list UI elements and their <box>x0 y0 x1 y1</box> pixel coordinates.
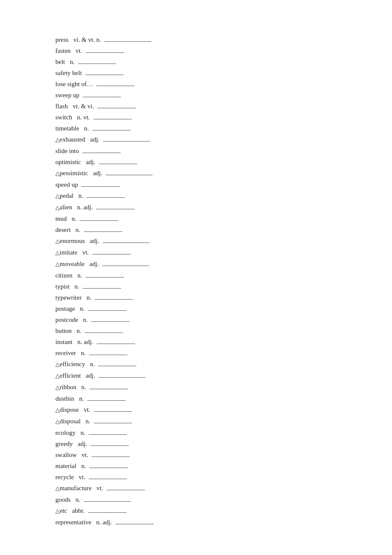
vocab-word: ecology <box>55 427 75 438</box>
vocab-word: dustbin <box>55 393 74 404</box>
blank-line <box>81 186 120 187</box>
vocab-word: swallow <box>55 449 77 460</box>
vocab-pos: vt. <box>78 449 88 460</box>
vocab-list: press vi. & vt. n.fasten vt.belt n.safet… <box>55 34 337 528</box>
triangle-icon: △ <box>55 382 60 393</box>
list-item: lose sight of… <box>55 78 337 90</box>
list-item: △ribbon n. <box>55 382 337 393</box>
vocab-pos: adj. <box>75 438 87 449</box>
vocab-pos: n. <box>78 347 86 358</box>
blank-line <box>83 288 121 289</box>
blank-line <box>82 153 121 153</box>
blank-line <box>93 119 132 119</box>
vocab-word: speed up <box>55 179 78 190</box>
blank-line <box>92 130 131 130</box>
blank-line <box>86 52 124 53</box>
blank-line <box>85 75 124 75</box>
list-item: typist n. <box>55 281 337 292</box>
vocab-pos: n. <box>87 358 95 370</box>
triangle-icon: △ <box>55 405 60 416</box>
vocab-word: representative <box>55 517 91 528</box>
list-item: optimistic adj. <box>55 156 337 168</box>
vocab-pos: n. <box>80 314 88 325</box>
triangle-icon: △ <box>55 134 60 145</box>
vocab-word: typist <box>55 281 69 292</box>
blank-line <box>88 310 127 311</box>
triangle-icon: △ <box>55 359 60 370</box>
list-item: △disposal n. <box>55 416 337 427</box>
vocab-pos: adj. <box>90 168 103 179</box>
vocab-word: switch <box>55 112 72 123</box>
vocab-word: slide into <box>55 145 79 156</box>
vocab-word: desert <box>55 224 71 235</box>
blank-line <box>95 299 133 300</box>
vocab-word: imitate <box>60 247 78 258</box>
vocab-pos: n. <box>67 56 75 67</box>
blank-line <box>104 41 151 42</box>
vocab-pos: vt. <box>93 483 103 494</box>
blank-line <box>90 445 129 446</box>
vocab-word: disposal <box>60 416 81 427</box>
blank-line <box>99 164 137 164</box>
blank-line <box>88 512 127 513</box>
list-item: press vi. & vt. n. <box>55 34 337 45</box>
vocab-pos: n. <box>78 382 86 393</box>
blank-line <box>83 97 121 97</box>
vocab-word: moveable <box>60 258 84 269</box>
vocab-word: postcode <box>55 314 78 325</box>
vocab-word: postage <box>55 303 75 314</box>
triangle-icon: △ <box>55 370 60 382</box>
vocab-word: press <box>55 34 69 45</box>
list-item: △manufacture vt. <box>55 483 337 494</box>
vocab-word: etc <box>60 505 67 516</box>
blank-line <box>84 231 122 232</box>
vocab-pos: n. <box>84 292 92 303</box>
vocab-pos: n. <box>72 224 81 235</box>
list-item: switch n. vt. <box>55 112 337 123</box>
list-item: slide into <box>55 145 337 156</box>
list-item: goods n. <box>55 494 337 505</box>
triangle-icon: △ <box>55 506 60 517</box>
blank-line <box>89 468 128 468</box>
vocab-word: instant <box>55 336 72 347</box>
blank-line <box>91 321 130 322</box>
vocab-word: recycle <box>55 471 74 483</box>
list-item: △moveable adj. <box>55 258 337 270</box>
vocab-word: goods <box>55 494 71 505</box>
vocab-pos: vt. <box>79 247 89 258</box>
vocab-word: dispose <box>60 404 79 415</box>
vocab-pos: n. <box>69 213 77 224</box>
triangle-icon: △ <box>55 202 60 213</box>
blank-line <box>97 344 135 344</box>
blank-line <box>115 524 154 524</box>
list-item: material n. <box>55 460 337 471</box>
vocab-pos: n. adj. <box>74 202 93 213</box>
blank-line <box>96 86 135 86</box>
triangle-icon: △ <box>55 416 60 427</box>
list-item: desert n. <box>55 224 337 235</box>
vocab-word: timetable <box>55 123 79 134</box>
blank-line <box>86 197 125 198</box>
vocab-pos: n. <box>74 270 82 281</box>
vocab-word: flash <box>55 101 68 112</box>
vocab-word: optimistic <box>55 156 81 168</box>
blank-line <box>92 254 131 254</box>
vocab-word: sweep up <box>55 90 79 101</box>
vocab-pos: n. adj. <box>93 517 112 528</box>
vocab-pos: vt. <box>81 404 90 415</box>
list-item: ecology n. <box>55 427 337 438</box>
list-item: fasten vt. <box>55 45 337 56</box>
blank-line <box>89 434 127 435</box>
vocab-pos: n. <box>76 393 84 404</box>
vocab-pos: vt. & vi. <box>69 101 94 112</box>
blank-line <box>98 377 145 378</box>
list-item: typewriter n. <box>55 292 337 303</box>
list-item: safety belt <box>55 67 337 78</box>
vocab-pos: adj. <box>87 134 100 145</box>
blank-line <box>89 389 128 389</box>
triangle-icon: △ <box>55 168 60 179</box>
list-item: belt n. <box>55 56 337 67</box>
vocab-word: alien <box>60 202 72 213</box>
blank-line <box>98 108 136 108</box>
list-item: timetable n. <box>55 123 337 134</box>
